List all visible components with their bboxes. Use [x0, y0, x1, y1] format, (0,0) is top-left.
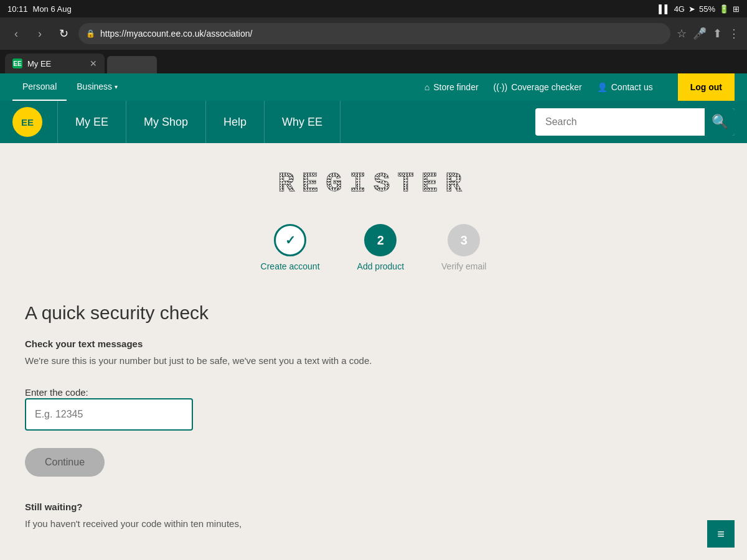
main-nav-myee[interactable]: My EE — [57, 101, 126, 143]
enter-code-label: Enter the code: — [25, 387, 88, 398]
refresh-button[interactable]: ↻ — [55, 25, 72, 42]
top-nav-business[interactable]: Business ▾ — [67, 73, 128, 101]
search-button[interactable]: 🔍 — [705, 108, 735, 136]
forward-button[interactable]: › — [31, 25, 49, 42]
signal-icon: ▌▌ — [659, 4, 670, 14]
tab-new[interactable] — [107, 56, 157, 73]
step-2-label: Add product — [357, 261, 405, 271]
address-bar[interactable]: 🔒 https://myaccount.ee.co.uk/association… — [78, 23, 670, 44]
coverage-checker-link[interactable]: ((·)) Coverage checker — [494, 82, 582, 92]
tab-favicon: EE — [12, 58, 22, 68]
continue-button[interactable]: Continue — [25, 448, 105, 477]
search-input[interactable] — [535, 116, 705, 128]
main-nav-myshop[interactable]: My Shop — [126, 101, 206, 143]
status-time: 10:11 — [7, 4, 28, 14]
step-1-circle: ✓ — [274, 224, 306, 256]
grid-icon: ⊞ — [733, 4, 740, 14]
step-3-verify-email: 3 Verify email — [441, 224, 486, 271]
contact-icon: 👤 — [597, 82, 608, 92]
mic-icon[interactable]: 🎤 — [693, 27, 707, 40]
main-nav: EE My EE My Shop Help Why EE 🔍 — [0, 101, 747, 143]
step-3-circle: 3 — [448, 224, 480, 256]
battery-level: 55% — [699, 4, 715, 14]
store-icon: ⌂ — [425, 82, 430, 92]
status-bar: 10:11 Mon 6 Aug ▌▌ 4G ➤ 55% 🔋 ⊞ — [0, 0, 747, 17]
logout-button[interactable]: Log out — [678, 73, 735, 101]
check-messages-text: We're sure this is your number but just … — [25, 354, 436, 368]
page-content: REGISTER ✓ Create account 2 Add product … — [0, 143, 747, 556]
status-day: Mon 6 Aug — [33, 4, 72, 14]
tab-close-button[interactable]: ✕ — [90, 58, 97, 68]
check-messages-label: Check your text messages — [25, 338, 436, 349]
still-waiting-label: Still waiting? — [25, 502, 436, 512]
share-icon[interactable]: ⬆ — [713, 27, 722, 40]
browser-tab-myee[interactable]: EE My EE ✕ — [5, 54, 105, 73]
step-2-add-product: 2 Add product — [357, 224, 405, 271]
search-icon: 🔍 — [712, 114, 728, 130]
tab-title: My EE — [27, 59, 51, 68]
section-title: A quick security check — [25, 302, 436, 324]
page-title: REGISTER — [12, 168, 735, 199]
step-1-create-account: ✓ Create account — [261, 224, 320, 271]
battery-icon: 🔋 — [719, 4, 729, 14]
back-button[interactable]: ‹ — [7, 25, 25, 42]
steps-container: ✓ Create account 2 Add product 3 Verify … — [12, 224, 735, 271]
floating-menu-button[interactable]: ≡ — [707, 520, 735, 548]
main-nav-help[interactable]: Help — [206, 101, 265, 143]
search-bar: 🔍 — [535, 108, 735, 136]
contact-us-link[interactable]: 👤 Contact us — [597, 82, 653, 92]
location-icon: ➤ — [688, 4, 695, 14]
main-nav-whyee[interactable]: Why EE — [265, 101, 341, 143]
tab-bar: EE My EE ✕ — [0, 50, 747, 73]
step-1-label: Create account — [261, 261, 320, 271]
step-2-circle: 2 — [364, 224, 397, 256]
top-nav-personal[interactable]: Personal — [12, 73, 67, 101]
more-icon[interactable]: ⋮ — [728, 27, 740, 40]
lock-icon: 🔒 — [86, 29, 95, 38]
form-section: A quick security check Check your text m… — [12, 302, 448, 531]
signal-waves-icon: ((·)) — [494, 82, 508, 92]
menu-icon: ≡ — [717, 527, 725, 541]
top-nav: Personal Business ▾ ⌂ Store finder ((·))… — [0, 73, 747, 101]
still-waiting-text: If you haven't received your code within… — [25, 517, 436, 531]
step-3-label: Verify email — [441, 261, 486, 271]
ee-logo[interactable]: EE — [12, 107, 42, 137]
browser-actions: ☆ 🎤 ⬆ ⋮ — [677, 27, 740, 40]
browser-chrome: ‹ › ↻ 🔒 https://myaccount.ee.co.uk/assoc… — [0, 17, 747, 50]
register-title-container: REGISTER — [12, 168, 735, 199]
code-input[interactable] — [25, 398, 193, 431]
store-finder-link[interactable]: ⌂ Store finder — [425, 82, 479, 92]
star-icon[interactable]: ☆ — [677, 27, 687, 40]
url-text: https://myaccount.ee.co.uk/association/ — [100, 29, 252, 39]
chevron-down-icon: ▾ — [115, 83, 118, 90]
network-type: 4G — [674, 4, 685, 14]
